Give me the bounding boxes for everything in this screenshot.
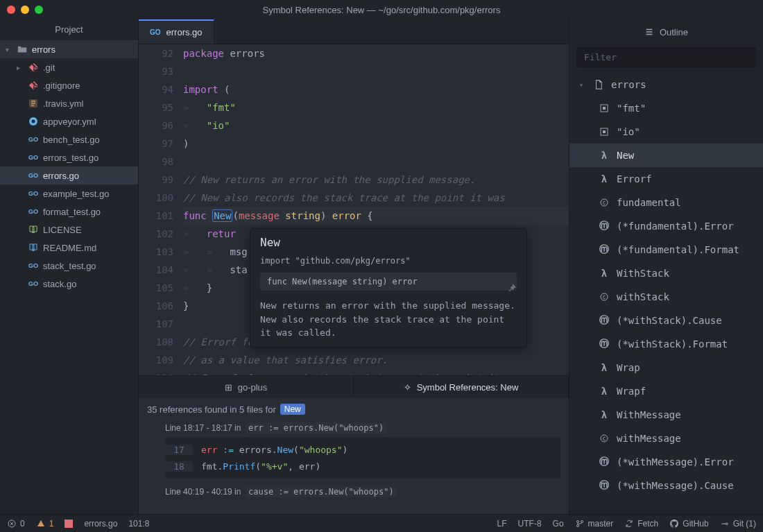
status-linter[interactable] (65, 520, 73, 528)
outline-item[interactable]: ⓜ(*withStack).Cause (569, 309, 763, 332)
hover-title: New (260, 236, 517, 249)
status-warnings[interactable]: 1 (36, 519, 54, 529)
svg-text:c: c (603, 200, 606, 206)
tree-item-label: stack.go (43, 279, 76, 289)
pin-icon[interactable] (507, 283, 517, 293)
svg-point-2 (32, 120, 35, 123)
tree-item[interactable]: README.md (0, 239, 138, 257)
tree-item[interactable]: GOerrors_test.go (0, 148, 138, 166)
reference-snippet[interactable]: 17 err := errors.New("whoops") 18 fmt.Pr… (165, 437, 560, 479)
outline-item-label: New (617, 150, 634, 161)
window-close[interactable] (7, 6, 15, 14)
sync-icon (624, 519, 634, 529)
outline-item-label: WithStack (617, 268, 669, 279)
outline-item[interactable]: ⓜ(*withStack).Format (569, 332, 763, 356)
go-icon: GO (28, 260, 39, 271)
outline-root[interactable]: ▾ errors (569, 73, 763, 96)
outline-item[interactable]: λErrorf (569, 167, 763, 191)
references-summary: 35 references found in 5 files for New (139, 398, 569, 420)
code-editor[interactable]: 9293949596979899100101102103104105106107… (139, 44, 569, 375)
hover-signature: func New(message string) error (260, 273, 517, 291)
tree-item[interactable]: LICENSE (0, 221, 138, 239)
outline-item[interactable]: "fmt" (569, 96, 763, 120)
tree-item[interactable]: .travis.yml (0, 94, 138, 112)
folder-icon (17, 44, 28, 55)
tree-item[interactable]: GOstack_test.go (0, 257, 138, 275)
tree-item[interactable]: GOformat_test.go (0, 203, 138, 221)
status-encoding[interactable]: UTF-8 (518, 519, 542, 529)
tree-item[interactable]: appveyor.yml (0, 112, 138, 130)
chevron-icon: ▸ (17, 64, 24, 71)
svg-rect-6 (603, 130, 606, 133)
status-eol[interactable]: LF (497, 519, 507, 529)
symbol-icon: ⓜ (599, 479, 610, 492)
outline-item[interactable]: λWithMessage (569, 403, 763, 427)
tree-item[interactable]: GObench_test.go (0, 130, 138, 148)
bottom-tab-references[interactable]: ✧ Symbol References: New (354, 376, 569, 398)
chevron-down-icon: ▾ (579, 81, 586, 89)
tree-item[interactable]: GOerrors.go (0, 166, 138, 185)
branch-icon (575, 519, 585, 529)
hover-import: import "github.com/pkg/errors" (260, 256, 517, 266)
tree-item[interactable]: .gitignore (0, 76, 138, 94)
outline-item[interactable]: ⓜ(*fundamental).Format (569, 238, 763, 261)
svg-point-16 (581, 520, 583, 522)
symbol-icon: c (599, 434, 610, 443)
svg-rect-4 (603, 107, 606, 110)
symbol-icon: ⓜ (599, 338, 610, 350)
outline-item[interactable]: ⓜ(*withMessage).Error (569, 450, 763, 474)
outline-item[interactable]: cfundamental (569, 191, 763, 214)
warning-icon (36, 519, 46, 529)
outline-item-label: Wrapf (617, 386, 646, 397)
reference-location[interactable]: Line 40:19 - 40:19 in cause := errors.Ne… (165, 487, 560, 497)
symbol-icon: λ (599, 150, 610, 161)
go-icon: GO (28, 170, 39, 181)
hover-desc-line: New also records the stack trace at the … (260, 313, 517, 340)
statusbar: 0 1 errors.go 101:8 LF UTF-8 Go master F (0, 514, 763, 532)
gutter: 9293949596979899100101102103104105106107… (139, 44, 183, 375)
outline-item[interactable]: λNew (569, 144, 763, 167)
window-maximize[interactable] (35, 6, 43, 14)
outline-item[interactable]: λWithStack (569, 261, 763, 285)
tree-item-label: appveyor.yml (43, 117, 96, 127)
outline-item[interactable]: ⓜ(*fundamental).Error (569, 214, 763, 238)
outline-item[interactable]: λWrapf (569, 379, 763, 403)
reference-location[interactable]: Line 18:17 - 18:17 in err := errors.New(… (165, 423, 560, 433)
github-icon (669, 519, 679, 529)
git-icon (28, 62, 39, 73)
outline-item-label: Wrap (617, 362, 640, 373)
tree-root[interactable]: ▾ errors (0, 40, 138, 58)
status-git[interactable]: ⊸ Git (1) (720, 519, 756, 529)
outline-item[interactable]: "io" (569, 120, 763, 144)
status-github[interactable]: GitHub (669, 519, 708, 529)
outline-item-label: (*fundamental).Error (617, 221, 734, 232)
status-language[interactable]: Go (553, 519, 564, 529)
tab-errors-go[interactable]: GO errors.go (139, 19, 214, 44)
outline-item-label: "io" (617, 126, 640, 137)
outline-item[interactable]: ⓜ(*withMessage).Cause (569, 474, 763, 497)
outline-item-label: "fmt" (617, 103, 646, 114)
bottom-tab-go-plus[interactable]: ⊞ go-plus (139, 376, 354, 398)
window-minimize[interactable] (21, 6, 29, 14)
status-file[interactable]: errors.go (84, 519, 117, 529)
plus-icon: ⊞ (225, 382, 232, 393)
outline-item[interactable]: λWrap (569, 356, 763, 379)
tree-root-label: errors (32, 44, 55, 55)
status-fetch[interactable]: Fetch (624, 519, 658, 529)
outline-filter[interactable]: Filter (576, 47, 756, 67)
status-cursor[interactable]: 101:8 (128, 519, 149, 529)
outline-item[interactable]: cwithStack (569, 285, 763, 309)
tree-item-label: bench_test.go (43, 135, 100, 145)
outline-item-label: Errorf (617, 173, 652, 185)
tree-item[interactable]: ▸.git (0, 58, 138, 76)
tree-item-label: README.md (43, 243, 96, 253)
tree-item[interactable]: GOexample_test.go (0, 185, 138, 203)
status-errors[interactable]: 0 (7, 519, 25, 529)
chevron-down-icon: ▾ (6, 46, 12, 53)
outline-item[interactable]: cwithMessage (569, 427, 763, 450)
reference-code-inline: cause := errors.New("whoops") (246, 486, 397, 497)
status-branch[interactable]: master (575, 519, 614, 529)
symbol-icon: λ (599, 173, 610, 185)
svg-text:c: c (603, 294, 606, 300)
tree-item[interactable]: GOstack.go (0, 275, 138, 293)
